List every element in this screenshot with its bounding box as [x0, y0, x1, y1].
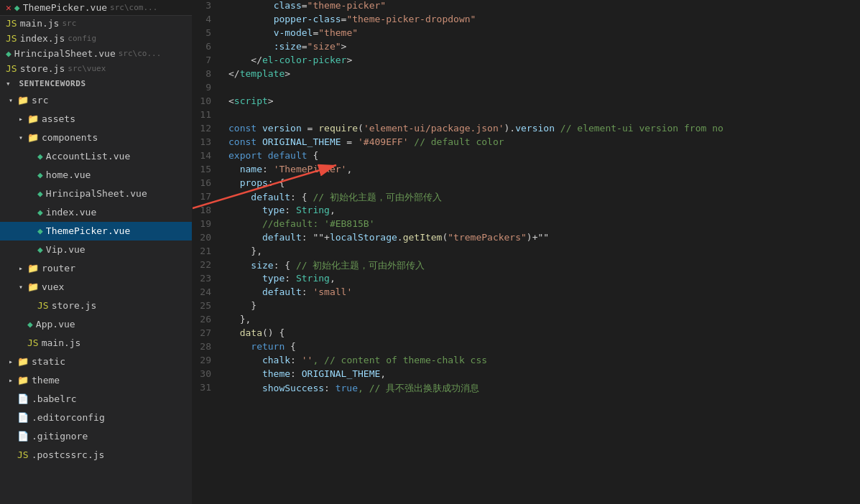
js-icon: JS [6, 18, 17, 29]
store-tree-file[interactable]: JS store.js [0, 297, 192, 315]
line-number: 3 [193, 0, 223, 14]
line-number: 5 [193, 27, 223, 41]
vue-icon: ◆ [14, 2, 20, 13]
line-content[interactable]: default: ""+localStorage.getItem("tremeP… [223, 232, 860, 246]
code-area[interactable]: 3 class="theme-picker"4 popper-class="th… [193, 0, 860, 504]
line-content[interactable]: showSuccess: true, // 具不强出换肤成功消息 [223, 382, 860, 396]
line-content[interactable] [223, 109, 860, 123]
App-file[interactable]: ◆ App.vue [0, 315, 192, 334]
theme-folder[interactable]: 📁 theme [0, 371, 192, 390]
AccountList-file[interactable]: ◆ AccountList.vue [0, 147, 192, 166]
home-file[interactable]: ◆ home.vue [0, 166, 192, 185]
line-content[interactable]: type: String, [223, 273, 860, 286]
index-js-file[interactable]: JS index.js config [0, 31, 192, 46]
line-content[interactable]: const version = require('element-ui/pack… [223, 123, 860, 136]
line-number: 4 [193, 14, 223, 27]
line-content[interactable] [223, 82, 860, 95]
file-label: home.vue [46, 167, 91, 183]
static-arrow [6, 354, 16, 370]
file-label: App.vue [36, 317, 75, 332]
line-content[interactable]: const ORIGINAL_THEME = '#409EFF' // defa… [223, 136, 860, 150]
src-folder[interactable]: 📁 src [0, 91, 192, 110]
line-content[interactable]: default: 'small' [223, 286, 860, 300]
file-subtext: src [62, 19, 76, 28]
folder-icon: 📁 [27, 111, 39, 127]
line-content[interactable]: :size="size"> [223, 41, 860, 55]
ThemePicker-tree-file[interactable]: ◆ ThemePicker.vue [0, 222, 192, 241]
vue-icon: ◆ [37, 186, 43, 202]
HrincipalSheet-tree-file[interactable]: ◆ HrincipalSheet.vue [0, 185, 192, 203]
file-label: ThemePicker.vue [46, 223, 130, 239]
line-content[interactable]: props: { [223, 177, 860, 191]
vue-icon: ◆ [6, 48, 11, 59]
line-content[interactable]: <script> [223, 95, 860, 109]
line-content[interactable]: }, [223, 314, 860, 327]
section-header: ▾ SENTENCEWORDS [0, 76, 192, 91]
line-content[interactable]: }, [223, 246, 860, 259]
line-content[interactable]: size: { // 初始化主题，可由外部传入 [223, 259, 860, 273]
line-content[interactable]: return { [223, 341, 860, 355]
line-number: 24 [193, 286, 223, 300]
main-js-file[interactable]: JS main.js src [0, 16, 192, 31]
vue-icon: ◆ [37, 242, 43, 258]
postcssrc-file[interactable]: JS .postcssrc.js [0, 446, 192, 465]
file-label: .gitignore [32, 429, 88, 444]
line-content[interactable]: v-model="theme" [223, 27, 860, 41]
code-line: 20 default: ""+localStorage.getItem("tre… [193, 232, 860, 246]
line-content[interactable]: export default { [223, 150, 860, 164]
line-content[interactable]: popper-class="theme-picker-dropdown" [223, 14, 860, 27]
folder-label: static [32, 354, 65, 370]
sidebar: ✕ ◆ ThemePicker.vue src\com... JS main.j… [0, 0, 193, 504]
line-number: 21 [193, 246, 223, 259]
close-icon[interactable]: ✕ [6, 2, 11, 13]
line-number: 26 [193, 314, 223, 327]
static-folder[interactable]: 📁 static [0, 353, 192, 371]
line-number: 23 [193, 273, 223, 286]
folder-label: components [42, 130, 98, 146]
line-content[interactable]: default: { // 初始化主题，可由外部传入 [223, 191, 860, 205]
main-tree-file[interactable]: JS main.js [0, 334, 192, 353]
store-js-file[interactable]: JS store.js src\vuex [0, 61, 192, 76]
file-label: HrincipalSheet.vue [46, 186, 147, 202]
line-content[interactable]: //default: '#EB815B' [223, 218, 860, 232]
index-vue-file[interactable]: ◆ index.vue [0, 203, 192, 222]
line-content[interactable]: </template> [223, 68, 860, 82]
line-number: 27 [193, 327, 223, 341]
file-tree: 📁 src 📁 assets 📁 components ◆ AccountLis… [0, 91, 192, 465]
vuex-folder[interactable]: 📁 vuex [0, 278, 192, 297]
line-content[interactable]: name: 'ThemePicker', [223, 164, 860, 177]
folder-label: router [42, 261, 75, 276]
line-content[interactable]: theme: ORIGINAL_THEME, [223, 368, 860, 382]
line-content[interactable]: chalk: '', // content of theme-chalk css [223, 355, 860, 368]
router-folder[interactable]: 📁 router [0, 259, 192, 278]
HrincipalSheet-file[interactable]: ◆ HrincipalSheet.vue src\co... [0, 46, 192, 61]
ThemePicker-tab-file[interactable]: ✕ ◆ ThemePicker.vue src\com... [0, 0, 192, 16]
theme-arrow [6, 373, 16, 388]
line-content[interactable]: </el-color-picker> [223, 55, 860, 68]
js-icon: JS [6, 63, 17, 74]
babelrc-file[interactable]: 📄 .babelrc [0, 390, 192, 409]
code-line: 31 showSuccess: true, // 具不强出换肤成功消息 [193, 382, 860, 396]
line-number: 19 [193, 218, 223, 232]
code-line: 22 size: { // 初始化主题，可由外部传入 [193, 259, 860, 273]
file-label: Vip.vue [46, 242, 85, 258]
code-line: 9 [193, 82, 860, 95]
line-number: 10 [193, 95, 223, 109]
gitignore-file[interactable]: 📄 .gitignore [0, 427, 192, 446]
file-label: HrincipalSheet.vue [14, 48, 116, 59]
line-number: 16 [193, 177, 223, 191]
line-content[interactable]: class="theme-picker" [223, 0, 860, 14]
code-line: 24 default: 'small' [193, 286, 860, 300]
assets-folder[interactable]: 📁 assets [0, 110, 192, 129]
Vip-file[interactable]: ◆ Vip.vue [0, 241, 192, 259]
line-number: 12 [193, 123, 223, 136]
file-subtext: src\co... [119, 49, 162, 58]
src-arrow [6, 93, 16, 108]
line-content[interactable]: } [223, 300, 860, 314]
line-number: 28 [193, 341, 223, 355]
line-content[interactable]: type: String, [223, 205, 860, 218]
line-content[interactable]: data() { [223, 327, 860, 341]
editorconfig-file[interactable]: 📄 .editorconfig [0, 409, 192, 427]
components-folder[interactable]: 📁 components [0, 129, 192, 147]
section-arrow[interactable]: ▾ [6, 79, 11, 88]
